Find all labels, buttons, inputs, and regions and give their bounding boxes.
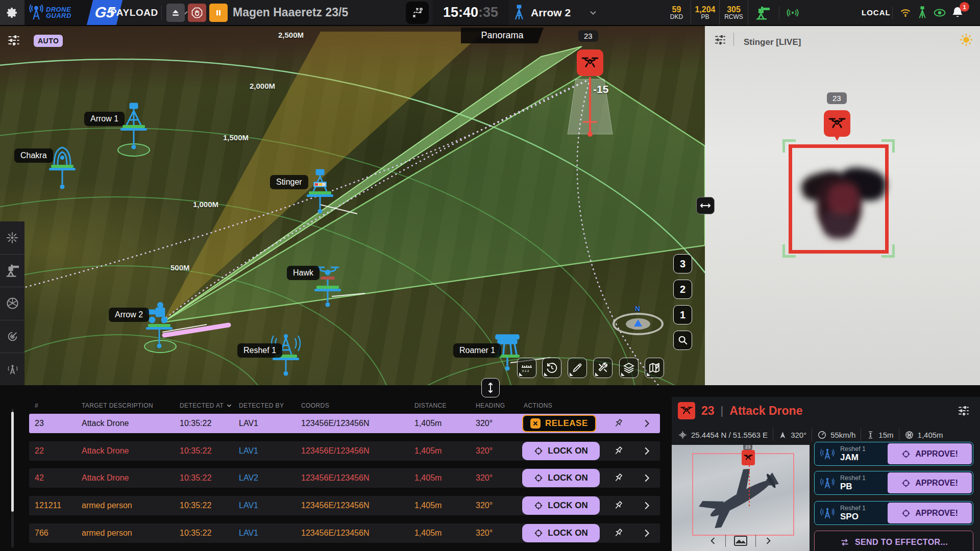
zoom-level-label: 3 — [680, 258, 685, 270]
table-expand-button[interactable] — [481, 378, 500, 397]
send-to-effector-button[interactable]: SEND TO EFFECTOR... — [814, 531, 973, 551]
tools-button[interactable] — [593, 358, 612, 378]
prev-snapshot-button[interactable] — [708, 536, 718, 546]
unit-label-roamer1[interactable]: Roamer 1 — [453, 343, 501, 358]
pin-target-button[interactable] — [611, 526, 625, 540]
pin-target-button[interactable] — [611, 416, 625, 431]
col-header-detected-at[interactable]: DETECTED AT — [180, 402, 233, 409]
next-snapshot-button[interactable] — [763, 536, 773, 546]
history-tool-button[interactable] — [542, 358, 561, 378]
pin-icon — [612, 500, 624, 511]
unit-label-arrow2[interactable]: Arrow 2 — [109, 308, 149, 322]
target-marker[interactable] — [577, 49, 603, 76]
eject-button[interactable] — [166, 4, 185, 22]
target-id: 42 — [35, 468, 44, 488]
drone-silhouette — [828, 184, 859, 214]
zoom-level-1-button[interactable]: 1 — [673, 305, 692, 324]
sensor-unit-icon-arrow2[interactable] — [144, 302, 175, 350]
panel-splitter-handle[interactable] — [696, 197, 715, 214]
pause-button[interactable] — [209, 4, 228, 22]
open-target-button[interactable] — [640, 526, 654, 540]
release-button[interactable]: RELEASE — [522, 415, 596, 432]
tactical-map[interactable]: AUTO Panorama 2,500M 2,000M 1,500M 1,000… — [0, 26, 705, 385]
target-coords: 123456E/123456N — [301, 414, 369, 433]
hostile-drone-icon — [828, 114, 846, 133]
table-scrollbar-thumb[interactable] — [11, 412, 14, 512]
open-target-button[interactable] — [640, 444, 654, 458]
lock-on-button[interactable]: LOCK ON — [522, 496, 600, 515]
sensors-status-button[interactable] — [917, 0, 928, 25]
zoom-level-2-button[interactable]: 2 — [673, 280, 692, 299]
crosshair-icon — [901, 479, 911, 488]
mission-clock: 15:40:35 — [433, 0, 508, 25]
map-search-button[interactable] — [673, 331, 692, 350]
video-feed-title: Stinger [LIVE] — [744, 37, 801, 47]
layers-button[interactable] — [619, 358, 639, 378]
settings-button[interactable] — [0, 0, 24, 25]
open-target-button[interactable] — [640, 471, 654, 485]
approve-spo-button[interactable]: APPROVE! — [888, 503, 972, 523]
table-row[interactable]: 42 Attack Drone 10:35:22 LAV2 123456E/12… — [29, 468, 660, 488]
video-feed-panel[interactable]: Stinger [LIVE] 23 — [705, 26, 980, 385]
camera-button[interactable] — [0, 287, 24, 320]
brightness-icon[interactable] — [959, 32, 974, 47]
table-row[interactable]: 121211 armed person 10:35:22 LAV1 123456… — [29, 496, 660, 515]
tripod-status-icon — [917, 6, 928, 19]
compass[interactable]: N — [612, 313, 664, 335]
lock-on-button[interactable]: LOCK ON — [522, 442, 600, 460]
pin-target-button[interactable] — [611, 471, 625, 485]
target-description: Attack Drone — [82, 468, 129, 488]
unit-selector-dropdown[interactable]: Arrow 2 — [512, 0, 598, 25]
sensor-unit-icon-arrow1[interactable] — [118, 103, 149, 152]
video-target-bounding-box — [789, 144, 889, 254]
measure-tool-button[interactable]: 0 1 2 — [517, 358, 536, 378]
table-row[interactable]: 766 armed person 10:35:22 LAV1 123456E/1… — [29, 523, 660, 543]
lock-on-button[interactable]: LOCK ON — [522, 524, 600, 542]
gallery-button[interactable] — [733, 535, 748, 547]
effector-card-pb: Reshef 1 PB APPROVE! — [814, 471, 973, 495]
detected-at: 10:35:22 — [180, 468, 211, 488]
table-row[interactable]: 22 Attack Drone 10:35:22 LAV1 123456E/12… — [29, 441, 660, 461]
zoom-level-3-button[interactable]: 3 — [673, 254, 692, 273]
pin-target-button[interactable] — [611, 498, 625, 513]
tactics-button[interactable] — [406, 2, 429, 24]
video-settings-button[interactable] — [713, 33, 727, 46]
observe-status-button[interactable] — [932, 0, 947, 25]
map-style-button[interactable] — [645, 358, 664, 378]
sensor-unit-icon-stinger[interactable] — [305, 169, 335, 218]
lock-on-label: LOCK ON — [548, 528, 587, 538]
detail-settings-button[interactable] — [957, 404, 971, 417]
detail-target-id: 23 — [701, 404, 715, 418]
approve-jam-button[interactable]: APPROVE! — [888, 443, 972, 464]
map-filter-button[interactable] — [6, 33, 21, 47]
hostile-target-badge — [678, 402, 695, 419]
hold-fire-button[interactable] — [188, 4, 206, 22]
range-label: 500M — [170, 263, 190, 272]
draw-tool-button[interactable] — [568, 358, 587, 378]
unit-label-chakra[interactable]: Chakra — [14, 148, 53, 163]
laser-effector-button[interactable] — [0, 221, 24, 255]
unit-label-arrow1[interactable]: Arrow 1 — [84, 112, 125, 126]
radar-button[interactable] — [0, 320, 24, 354]
rcws-effector-button[interactable] — [0, 255, 24, 288]
eject-icon — [170, 8, 181, 18]
target-snapshot[interactable]: 23 — [672, 445, 810, 551]
unit-label-reshef1[interactable]: Reshef 1 — [237, 343, 282, 358]
jammer-status-button[interactable] — [785, 0, 800, 25]
unit-label-hawk[interactable]: Hawk — [287, 266, 320, 280]
detected-by: LAV2 — [239, 468, 258, 488]
lock-on-button[interactable]: LOCK ON — [522, 469, 600, 487]
pin-icon — [612, 528, 624, 539]
pin-icon — [612, 418, 624, 429]
pin-target-button[interactable] — [611, 444, 625, 458]
open-target-button[interactable] — [640, 498, 654, 513]
rcws-status-button[interactable] — [754, 0, 771, 25]
auto-mode-badge[interactable]: AUTO — [34, 35, 63, 47]
approve-pb-button[interactable]: APPROVE! — [888, 472, 972, 493]
jammer-effector-button[interactable] — [0, 353, 24, 385]
network-status-button[interactable] — [898, 0, 913, 25]
unit-label-stinger[interactable]: Stinger — [270, 175, 308, 189]
tactics-icon — [411, 6, 424, 19]
open-target-button[interactable] — [640, 416, 654, 431]
table-row[interactable]: 23 Attack Drone 10:35:22 LAV1 123456E/12… — [29, 414, 660, 433]
